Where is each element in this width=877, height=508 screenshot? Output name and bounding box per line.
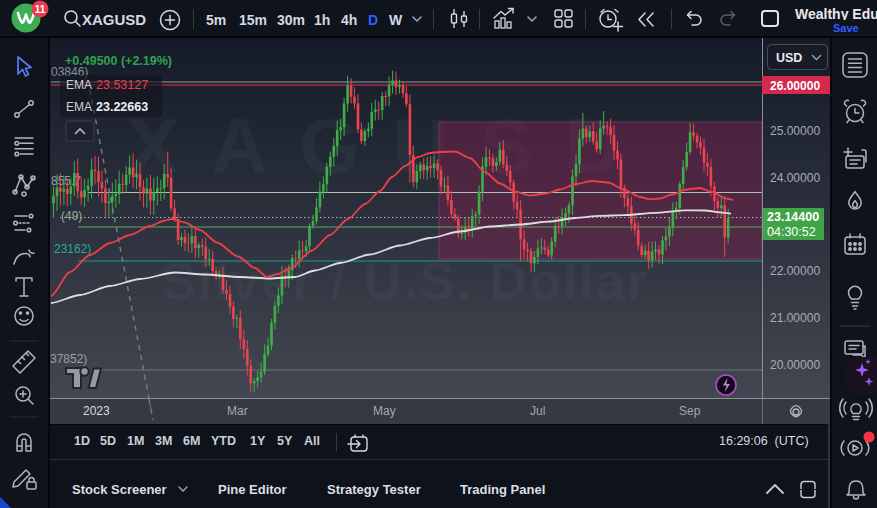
svg-text:2023: 2023	[83, 404, 110, 418]
svg-text:Sep: Sep	[679, 404, 701, 418]
svg-text:Jul: Jul	[530, 404, 545, 418]
svg-text:20.00000: 20.00000	[770, 358, 820, 372]
svg-text:23.22663: 23.22663	[96, 100, 148, 114]
svg-text:EMA: EMA	[66, 78, 92, 92]
svg-text:37852): 37852)	[50, 352, 87, 366]
svg-text:22.00000: 22.00000	[770, 264, 820, 278]
svg-text:21.00000: 21.00000	[770, 311, 820, 325]
svg-text:24.00000: 24.00000	[770, 171, 820, 185]
svg-text:26.00000: 26.00000	[770, 79, 820, 93]
svg-text:04:30:52: 04:30:52	[767, 225, 816, 239]
svg-text:+0.49500 (+2.19%): +0.49500 (+2.19%)	[65, 54, 172, 68]
svg-text:25.00000: 25.00000	[770, 124, 820, 138]
svg-text:11: 11	[35, 4, 46, 15]
svg-text:EMA: EMA	[66, 100, 92, 114]
svg-text:(49): (49)	[61, 209, 82, 223]
svg-text:23162): 23162)	[54, 242, 91, 256]
svg-text:23.53127: 23.53127	[96, 78, 148, 92]
svg-text:USD: USD	[776, 51, 802, 65]
svg-text:23.14400: 23.14400	[767, 210, 819, 224]
svg-text:May: May	[373, 404, 396, 418]
svg-text:Mar: Mar	[227, 404, 248, 418]
